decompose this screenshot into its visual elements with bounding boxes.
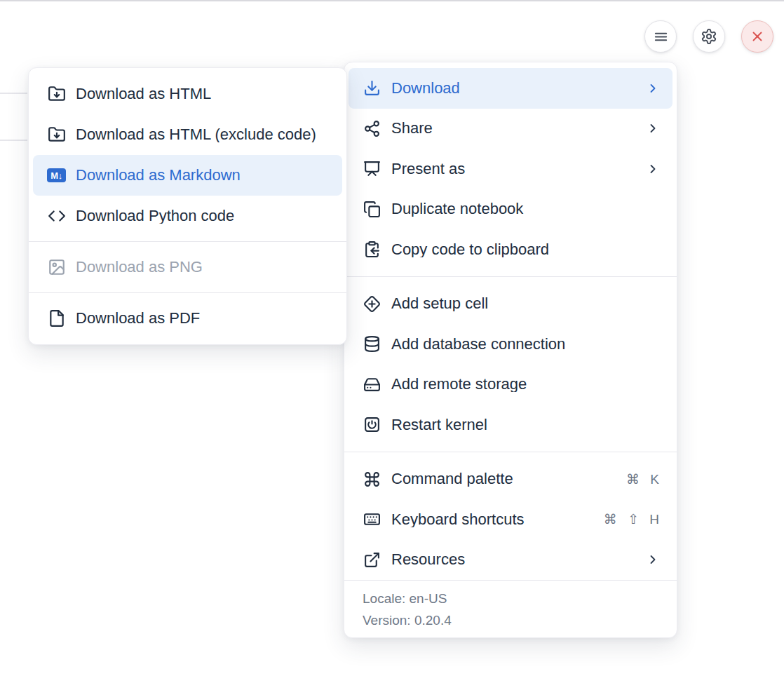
menu-item-download-as-png[interactable]: Download as PNG <box>29 247 346 288</box>
version-text: Version: 0.20.4 <box>363 609 658 631</box>
menu-item-label: Download as HTML <box>76 86 330 102</box>
power-icon <box>363 416 381 433</box>
chevron-right-icon <box>646 81 660 95</box>
menu-item-label: Duplicate notebook <box>391 201 660 217</box>
code-icon <box>47 207 66 225</box>
menu-item-label: Command palette <box>391 471 616 487</box>
menu-item-label: Download as HTML (exclude code) <box>76 127 330 142</box>
keyboard-shortcut: ⌘ ⇧ H <box>604 513 660 526</box>
diamond-plus-icon <box>363 295 381 313</box>
chevron-right-icon <box>646 121 660 135</box>
menu-item-restart-kernel[interactable]: Restart kernel <box>344 405 677 445</box>
page-top-border <box>0 0 784 1</box>
menu-item-copy-code-to-clipboard[interactable]: Copy code to clipboard <box>344 229 677 270</box>
gear-icon <box>701 28 717 45</box>
menu-divider <box>344 452 677 452</box>
menu-item-label: Download as PDF <box>76 311 330 326</box>
hard-drive-icon <box>363 376 381 393</box>
menu-item-label: Download as Markdown <box>76 168 330 183</box>
keyboard-icon <box>363 510 381 528</box>
menu-item-label: Download Python code <box>76 208 330 224</box>
menu-item-download-python-code[interactable]: Download Python code <box>29 196 346 236</box>
menu-item-label: Copy code to clipboard <box>391 242 660 257</box>
settings-button[interactable] <box>693 20 725 53</box>
menu-item-present-as[interactable]: Present as <box>344 149 677 189</box>
menu-item-label: Share <box>391 121 636 136</box>
copy-icon <box>363 201 381 218</box>
notebook-menu-button[interactable] <box>644 20 677 53</box>
menu-divider <box>29 241 346 242</box>
command-icon <box>363 471 381 488</box>
menu-item-label: Add remote storage <box>391 377 660 392</box>
menu-item-label: Resources <box>391 552 636 567</box>
hamburger-icon <box>653 29 669 45</box>
menu-item-resources[interactable]: Resources <box>344 540 677 581</box>
menu-divider <box>344 276 677 277</box>
menu-item-download-as-html-exclude-code[interactable]: Download as HTML (exclude code) <box>29 114 346 155</box>
close-icon <box>750 29 765 44</box>
external-link-icon <box>363 551 381 569</box>
chevron-right-icon <box>646 162 660 176</box>
notebook-actions-menu: Download Share Present as Duplicate note… <box>344 62 677 638</box>
folder-down-icon <box>47 85 66 103</box>
presentation-icon <box>363 160 381 177</box>
menu-footer: Locale: en-US Version: 0.20.4 <box>344 580 677 637</box>
menu-item-label: Download as PNG <box>76 259 330 275</box>
menu-item-label: Restart kernel <box>391 417 660 433</box>
menu-item-label: Add setup cell <box>391 296 660 311</box>
menu-item-label: Present as <box>391 161 636 177</box>
image-icon <box>47 258 66 276</box>
menu-item-command-palette[interactable]: Command palette ⌘ K <box>344 459 677 500</box>
menu-item-download-as-markdown[interactable]: M↓ Download as Markdown <box>33 155 342 196</box>
clipboard-copy-icon <box>363 241 381 258</box>
database-icon <box>363 335 381 353</box>
menu-item-label: Keyboard shortcuts <box>391 512 594 527</box>
menu-item-share[interactable]: Share <box>344 109 677 149</box>
menu-item-add-setup-cell[interactable]: Add setup cell <box>344 284 677 325</box>
menu-item-download-as-pdf[interactable]: Download as PDF <box>29 298 346 339</box>
markdown-badge-icon: M↓ <box>47 168 66 182</box>
chevron-right-icon <box>646 553 660 567</box>
download-icon <box>363 79 381 97</box>
download-submenu: Download as HTML Download as HTML (exclu… <box>28 67 347 345</box>
locale-text: Locale: en-US <box>363 588 658 609</box>
background-cell-border <box>0 93 27 94</box>
share-icon <box>363 120 381 137</box>
menu-item-download-as-html[interactable]: Download as HTML <box>29 74 346 114</box>
notebook-toolbar <box>644 20 773 53</box>
menu-item-download[interactable]: Download <box>349 68 673 109</box>
menu-item-label: Download <box>391 81 636 96</box>
folder-down-icon <box>47 126 66 144</box>
keyboard-shortcut: ⌘ K <box>626 473 660 486</box>
menu-item-add-remote-storage[interactable]: Add remote storage <box>344 365 677 405</box>
menu-item-add-database-connection[interactable]: Add database connection <box>344 324 677 365</box>
background-cell-border <box>0 140 27 141</box>
menu-item-keyboard-shortcuts[interactable]: Keyboard shortcuts ⌘ ⇧ H <box>344 499 677 540</box>
menu-item-label: Add database connection <box>391 337 660 352</box>
shutdown-button[interactable] <box>741 20 773 53</box>
menu-divider <box>29 292 346 293</box>
file-icon <box>47 309 66 327</box>
menu-item-duplicate-notebook[interactable]: Duplicate notebook <box>344 189 677 230</box>
